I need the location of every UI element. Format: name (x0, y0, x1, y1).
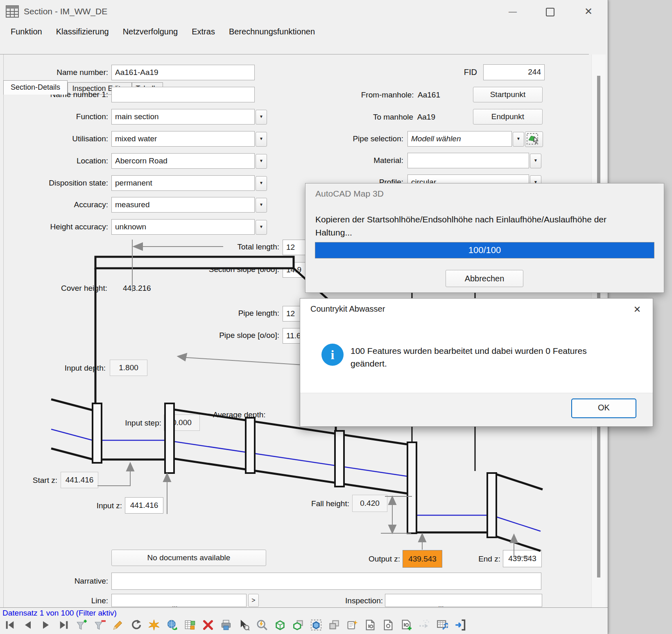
zoom-flash-button[interactable] (256, 619, 268, 632)
polygon-button[interactable] (274, 619, 286, 632)
nav-last-icon (58, 619, 70, 632)
location-select[interactable]: Abercorn Road (111, 153, 255, 169)
window-title: Section - IM_WW_DE (24, 7, 107, 16)
from-manhole-label: From-manhole: Aa161 (361, 91, 440, 100)
polygon-select-icon (310, 619, 322, 632)
input-depth-box[interactable]: 1.800 (110, 360, 147, 376)
note-new-icon (346, 619, 358, 632)
close-icon: ✕ (634, 304, 641, 315)
end-z-box[interactable]: 439.543 (503, 550, 542, 567)
height-accuracy-select[interactable]: unknown (111, 219, 255, 235)
fid-field[interactable]: 244 (483, 64, 545, 80)
utilisation-select[interactable]: mixed water (111, 131, 255, 147)
start-z-box[interactable]: 441.416 (61, 472, 98, 488)
abbrechen-button[interactable]: Abbrechen (446, 270, 523, 287)
maximize-button[interactable] (541, 3, 559, 20)
close-button[interactable]: ✕ (579, 3, 597, 20)
menu-extras[interactable]: Extras (186, 25, 221, 38)
globe-sync-button[interactable] (165, 619, 178, 632)
material-select[interactable] (407, 153, 529, 168)
material-dropdown-button[interactable]: ▼ (530, 154, 541, 168)
progress-dialog: AutoCAD Map 3D Kopieren der Startsohlhöh… (305, 183, 664, 293)
from-manhole-value: Aa161 (418, 91, 440, 99)
pipe-selection-pick-button[interactable] (525, 131, 543, 147)
copy-gray-button[interactable] (328, 619, 340, 632)
table-tools-button[interactable] (436, 619, 448, 632)
utilisation-label: Utilisation: (72, 134, 108, 143)
accuracy-select[interactable]: measured (111, 197, 255, 213)
table-export-button[interactable] (183, 619, 196, 632)
cover-height-label: Cover height: (61, 284, 107, 293)
pipe-selection-label: Pipe selection: (353, 134, 403, 143)
nav-prev-button[interactable] (21, 619, 34, 632)
utilisation-dropdown-button[interactable]: ▼ (256, 132, 267, 147)
menu-netzverfolgung[interactable]: Netzverfolgung (117, 25, 184, 38)
documents-button[interactable]: No documents available (111, 550, 266, 566)
table-tools-icon (437, 619, 448, 632)
move-disabled-button[interactable] (418, 619, 430, 632)
select-inspect-button[interactable] (238, 619, 250, 632)
edit-pencil-icon (112, 619, 124, 632)
inspection-input[interactable] (385, 594, 542, 607)
polygon-select-button[interactable] (310, 619, 322, 632)
chevron-down-icon: ▼ (534, 158, 538, 163)
disposition-dropdown-button[interactable]: ▼ (256, 176, 267, 191)
section-slope-label: Section slope [o/oo]: (209, 265, 279, 274)
disposition-select[interactable]: permanent (111, 175, 255, 191)
exit-button[interactable] (454, 619, 466, 632)
edit-pencil-button[interactable] (111, 619, 124, 632)
nav-first-button[interactable] (3, 619, 16, 632)
line-label: Line: (91, 596, 108, 605)
input-step-box[interactable]: 0.000 (164, 414, 200, 431)
function-select[interactable]: main section (111, 109, 255, 125)
copy-gray-icon (328, 619, 340, 632)
print-button[interactable] (219, 619, 232, 632)
select-inspect-icon (238, 619, 250, 632)
note-new-button[interactable] (346, 619, 358, 632)
message-dialog-close-button[interactable]: ✕ (630, 303, 645, 317)
menu-berechnungsfunktionen[interactable]: Berechnungsfunktionen (223, 25, 321, 38)
output-z-box[interactable]: 439.543 (403, 550, 442, 568)
filter-remove-button[interactable] (93, 619, 106, 632)
narrative-input[interactable] (111, 573, 541, 590)
polygon-copy-button[interactable] (292, 619, 304, 632)
fall-height-box[interactable]: 0.420 (352, 495, 387, 512)
name-number1-input[interactable] (111, 87, 255, 102)
menu-klassifizierung[interactable]: Klassifizierung (50, 25, 115, 38)
input-z-label: Input z: (97, 501, 122, 510)
doc-add-button[interactable] (400, 619, 412, 632)
chevron-down-icon: ▼ (259, 158, 263, 163)
pipe-selection-select[interactable]: Modell wählen (407, 131, 512, 147)
fid-label: FID (464, 68, 477, 77)
filter-add-button[interactable] (75, 619, 88, 632)
pipe-length-label: Pipe length: (238, 309, 279, 318)
menu-funktion[interactable]: Funktion (5, 25, 48, 38)
function-dropdown-button[interactable]: ▼ (256, 110, 267, 125)
name-number-input[interactable]: Aa161-Aa19 (111, 65, 255, 80)
startpunkt-button[interactable]: Startpunkt (473, 87, 543, 102)
endpunkt-button[interactable]: Endpunkt (473, 109, 543, 125)
pipe-selection-dropdown-button[interactable]: ▼ (513, 132, 524, 147)
location-dropdown-button[interactable]: ▼ (256, 154, 267, 169)
nav-next-button[interactable] (39, 619, 52, 632)
titlebar[interactable]: Section - IM_WW_DE — ✕ (0, 0, 608, 23)
ok-button[interactable]: OK (571, 399, 636, 418)
tab-strip: Section-Details Inspection Editor Tabell… (0, 40, 608, 54)
delete-icon (202, 619, 214, 632)
name-number-label: Name number: (57, 68, 108, 77)
accuracy-dropdown-button[interactable]: ▼ (256, 198, 267, 213)
doc-view-button[interactable] (382, 619, 394, 632)
doc-photo-button[interactable] (364, 619, 376, 632)
refresh-button[interactable] (129, 619, 142, 632)
total-length-label: Total length: (238, 242, 279, 251)
nav-last-button[interactable] (57, 619, 70, 632)
height-accuracy-dropdown-button[interactable]: ▼ (256, 220, 267, 235)
flash-new-button[interactable] (147, 619, 160, 632)
message-dialog-text: 100 Features wurden bearbeitet und dabei… (351, 344, 621, 370)
line-more-button[interactable]: > (248, 594, 259, 607)
input-z-box[interactable]: 441.416 (125, 497, 163, 514)
tab-section-details[interactable]: Section-Details (3, 80, 68, 95)
minimize-button[interactable]: — (504, 3, 522, 20)
progress-dialog-title: AutoCAD Map 3D (315, 189, 384, 199)
delete-button[interactable] (201, 619, 214, 632)
